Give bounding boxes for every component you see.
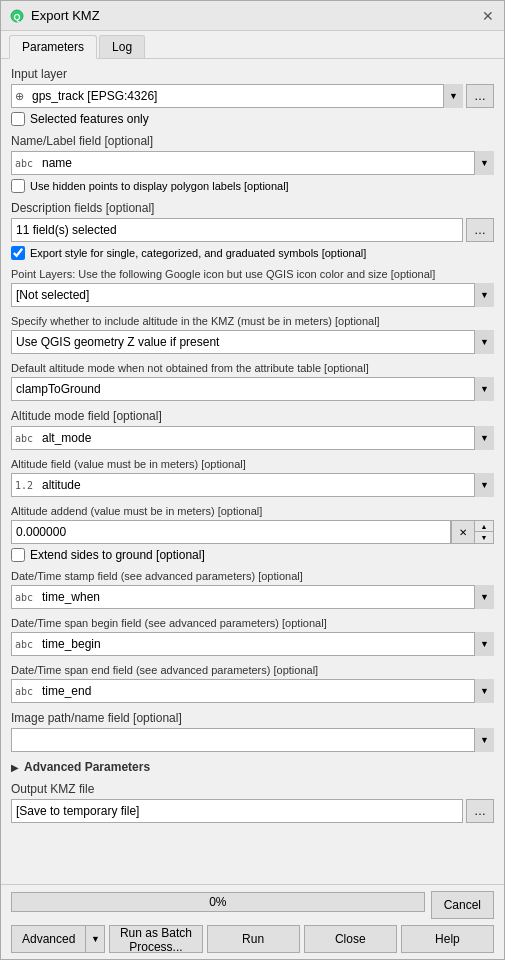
image-path-select-wrapper: ▼	[11, 728, 494, 752]
extend-sides-row: Extend sides to ground [optional]	[11, 548, 494, 562]
altitude-include-select[interactable]: Use QGIS geometry Z value if present	[11, 330, 494, 354]
window-title: Export KMZ	[31, 8, 100, 23]
datetime-end-label: Date/Time span end field (see advanced p…	[11, 664, 494, 676]
altitude-include-select-wrapper: Use QGIS geometry Z value if present ▼	[11, 330, 494, 354]
altitude-addend-spin-wrapper: ✕ ▲ ▼	[11, 520, 494, 544]
datetime-stamp-row: abc time_when ▼	[11, 585, 494, 609]
selected-features-row: Selected features only	[11, 112, 494, 126]
extend-sides-label: Extend sides to ground [optional]	[30, 548, 205, 562]
name-label-field-label: Name/Label field [optional]	[11, 134, 494, 148]
export-kmz-dialog: Q Export KMZ ✕ Parameters Log Input laye…	[0, 0, 505, 960]
advanced-triangle-icon: ▶	[11, 762, 19, 773]
advanced-button[interactable]: Advanced	[11, 925, 85, 953]
selected-features-label: Selected features only	[30, 112, 149, 126]
description-fields-label: Description fields [optional]	[11, 201, 494, 215]
selected-features-checkbox[interactable]	[11, 112, 25, 126]
run-batch-button[interactable]: Run as Batch Process...	[109, 925, 202, 953]
use-hidden-points-row: Use hidden points to display polygon lab…	[11, 179, 494, 193]
name-label-select-wrapper: abc name ▼	[11, 151, 494, 175]
point-layers-select-wrapper: [Not selected] ▼	[11, 283, 494, 307]
datetime-begin-label: Date/Time span begin field (see advanced…	[11, 617, 494, 629]
tab-bar: Parameters Log	[1, 31, 504, 59]
altitude-mode-field-label: Altitude mode field [optional]	[11, 409, 494, 423]
parameters-panel: Input layer ⊕ gps_track [EPSG:4326] ▼ … …	[1, 59, 504, 884]
datetime-begin-select-wrapper: abc time_begin ▼	[11, 632, 494, 656]
advanced-parameters-label: Advanced Parameters	[24, 760, 150, 774]
datetime-stamp-label: Date/Time stamp field (see advanced para…	[11, 570, 494, 582]
name-label-select[interactable]: name	[11, 151, 494, 175]
altitude-mode-select[interactable]: alt_mode	[11, 426, 494, 450]
altitude-include-label: Specify whether to include altitude in t…	[11, 315, 494, 327]
progress-bar-container: 0%	[11, 892, 425, 912]
input-layer-label: Input layer	[11, 67, 494, 81]
altitude-mode-select-wrapper: abc alt_mode ▼	[11, 426, 494, 450]
progress-text: 0%	[209, 895, 226, 909]
name-label-field-row: abc name ▼	[11, 151, 494, 175]
output-kmz-browse-button[interactable]: …	[466, 799, 494, 823]
progress-section: 0% Cancel Advanced ▼ Run as Batch Proces…	[1, 884, 504, 959]
description-fields-browse-button[interactable]: …	[466, 218, 494, 242]
altitude-include-row: Use QGIS geometry Z value if present ▼	[11, 330, 494, 354]
datetime-begin-select[interactable]: time_begin	[11, 632, 494, 656]
datetime-stamp-select-wrapper: abc time_when ▼	[11, 585, 494, 609]
default-altitude-select[interactable]: clampToGround	[11, 377, 494, 401]
tab-parameters[interactable]: Parameters	[9, 35, 97, 59]
description-fields-input[interactable]	[11, 218, 463, 242]
title-bar: Q Export KMZ ✕	[1, 1, 504, 31]
altitude-addend-label: Altitude addend (value must be in meters…	[11, 505, 494, 517]
image-path-select[interactable]	[11, 728, 494, 752]
datetime-end-row: abc time_end ▼	[11, 679, 494, 703]
window-close-button[interactable]: ✕	[480, 8, 496, 24]
extend-sides-checkbox[interactable]	[11, 548, 25, 562]
description-fields-row: …	[11, 218, 494, 242]
input-layer-browse-button[interactable]: …	[466, 84, 494, 108]
default-altitude-label: Default altitude mode when not obtained …	[11, 362, 494, 374]
altitude-addend-input[interactable]	[11, 520, 451, 544]
datetime-end-select-wrapper: abc time_end ▼	[11, 679, 494, 703]
image-path-label: Image path/name field [optional]	[11, 711, 494, 725]
advanced-parameters-toggle[interactable]: ▶ Advanced Parameters	[11, 760, 494, 774]
use-hidden-points-checkbox[interactable]	[11, 179, 25, 193]
action-buttons-row: Advanced ▼ Run as Batch Process... Run C…	[11, 925, 494, 953]
datetime-end-select[interactable]: time_end	[11, 679, 494, 703]
altitude-field-row: 1.2 altitude ▼	[11, 473, 494, 497]
app-icon: Q	[9, 8, 25, 24]
default-altitude-row: clampToGround ▼	[11, 377, 494, 401]
altitude-addend-row: ✕ ▲ ▼	[11, 520, 494, 544]
advanced-dropdown-arrow-button[interactable]: ▼	[85, 925, 105, 953]
altitude-addend-clear-button[interactable]: ✕	[451, 520, 475, 544]
close-dialog-button[interactable]: Close	[304, 925, 397, 953]
advanced-dropdown-group: Advanced ▼	[11, 925, 105, 953]
point-layers-select[interactable]: [Not selected]	[11, 283, 494, 307]
point-layers-row: [Not selected] ▼	[11, 283, 494, 307]
datetime-begin-row: abc time_begin ▼	[11, 632, 494, 656]
altitude-field-label: Altitude field (value must be in meters)…	[11, 458, 494, 470]
svg-text:Q: Q	[13, 11, 20, 21]
altitude-addend-spin-down[interactable]: ▼	[475, 532, 493, 543]
help-button[interactable]: Help	[401, 925, 494, 953]
export-style-row: Export style for single, categorized, an…	[11, 246, 494, 260]
input-layer-select-wrapper: ⊕ gps_track [EPSG:4326] ▼	[11, 84, 463, 108]
default-altitude-select-wrapper: clampToGround ▼	[11, 377, 494, 401]
datetime-stamp-select[interactable]: time_when	[11, 585, 494, 609]
altitude-field-select[interactable]: altitude	[11, 473, 494, 497]
image-path-row: ▼	[11, 728, 494, 752]
output-kmz-row: …	[11, 799, 494, 823]
export-style-label: Export style for single, categorized, an…	[30, 247, 366, 259]
use-hidden-points-label: Use hidden points to display polygon lab…	[30, 180, 289, 192]
point-layers-label: Point Layers: Use the following Google i…	[11, 268, 494, 280]
export-style-checkbox[interactable]	[11, 246, 25, 260]
input-layer-select[interactable]: gps_track [EPSG:4326]	[11, 84, 463, 108]
altitude-mode-field-row: abc alt_mode ▼	[11, 426, 494, 450]
tab-log[interactable]: Log	[99, 35, 145, 58]
input-layer-row: ⊕ gps_track [EPSG:4326] ▼ …	[11, 84, 494, 108]
run-button[interactable]: Run	[207, 925, 300, 953]
altitude-field-select-wrapper: 1.2 altitude ▼	[11, 473, 494, 497]
altitude-addend-spin-up[interactable]: ▲	[475, 521, 493, 532]
altitude-addend-spin-controls: ▲ ▼	[475, 520, 494, 544]
output-kmz-input[interactable]	[11, 799, 463, 823]
output-kmz-label: Output KMZ file	[11, 782, 494, 796]
cancel-button[interactable]: Cancel	[431, 891, 494, 919]
